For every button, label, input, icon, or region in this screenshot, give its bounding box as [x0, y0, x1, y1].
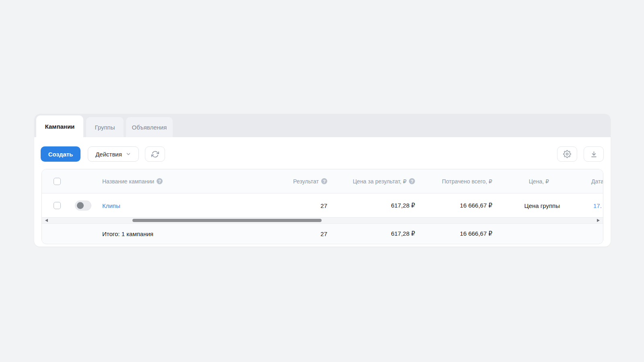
cost-per-result-value: 617,28 ₽ — [391, 202, 415, 209]
totals-label: Итого: 1 кампания — [102, 230, 153, 237]
actions-dropdown-label: Действия — [95, 151, 122, 158]
create-button[interactable]: Создать — [41, 146, 80, 162]
column-header-spent-total[interactable]: Потрачено всего, ₽ — [442, 178, 492, 185]
campaign-name-link[interactable]: Клипы — [102, 202, 120, 209]
column-header-campaign-name[interactable]: Название кампании ? — [102, 178, 163, 185]
tab-ads[interactable]: Объявления — [126, 117, 173, 137]
chevron-down-icon — [126, 151, 131, 157]
price-type-value: Цена группы — [524, 202, 560, 209]
column-header-result[interactable]: Результат ? — [293, 178, 327, 185]
campaigns-panel: Кампании Группы Объявления Создать Дейст… — [34, 114, 611, 247]
column-header-date[interactable]: Дата — [591, 178, 603, 185]
result-value: 27 — [320, 202, 327, 209]
scrollbar-thumb[interactable] — [132, 219, 322, 222]
refresh-icon — [151, 150, 159, 158]
column-header-cost-per-result[interactable]: Цена за результат, ₽ ? — [353, 178, 415, 185]
column-header-cost-per-result-label: Цена за результат, ₽ — [353, 178, 407, 185]
horizontal-scrollbar[interactable] — [42, 217, 603, 224]
column-header-price[interactable]: Цена, ₽ — [529, 178, 549, 185]
help-icon[interactable]: ? — [409, 178, 415, 184]
column-header-result-label: Результат — [293, 178, 319, 185]
refresh-button[interactable] — [145, 146, 165, 162]
totals-result-value: 27 — [320, 230, 327, 237]
export-button[interactable] — [584, 146, 604, 162]
scroll-left-arrow-icon[interactable] — [45, 219, 48, 222]
settings-button[interactable] — [557, 146, 577, 162]
tab-campaigns[interactable]: Кампании — [36, 115, 83, 137]
column-header-spent-total-label: Потрачено всего, ₽ — [442, 178, 492, 185]
column-header-price-label: Цена, ₽ — [529, 178, 549, 185]
scroll-right-arrow-icon[interactable] — [597, 219, 600, 222]
table-totals-row: Итого: 1 кампания 27 617,28 ₽ 16 666,67 … — [42, 224, 603, 243]
gear-icon — [563, 150, 571, 158]
column-header-campaign-name-label: Название кампании — [102, 178, 154, 185]
download-icon — [590, 150, 598, 158]
totals-spent-value: 16 666,67 ₽ — [460, 230, 492, 237]
table-header-row: Название кампании ? Результат ? Цена за … — [42, 169, 603, 193]
tab-bar: Кампании Группы Объявления — [34, 114, 611, 137]
table-row: Клипы 27 617,28 ₽ 16 666,67 ₽ Цена групп… — [42, 193, 603, 217]
column-header-date-label: Дата — [591, 178, 603, 185]
help-icon[interactable]: ? — [157, 178, 163, 184]
select-all-checkbox[interactable] — [54, 178, 61, 185]
row-checkbox[interactable] — [54, 202, 61, 209]
campaigns-table: Название кампании ? Результат ? Цена за … — [41, 169, 603, 244]
help-icon[interactable]: ? — [321, 178, 327, 184]
toggle-knob — [77, 202, 84, 209]
spent-total-value: 16 666,67 ₽ — [460, 202, 492, 209]
actions-dropdown-button[interactable]: Действия — [88, 146, 139, 162]
date-link[interactable]: 17. — [593, 202, 602, 209]
totals-cost-per-result-value: 617,28 ₽ — [391, 230, 415, 237]
campaign-status-toggle[interactable] — [75, 200, 91, 210]
tab-groups[interactable]: Группы — [86, 117, 124, 137]
